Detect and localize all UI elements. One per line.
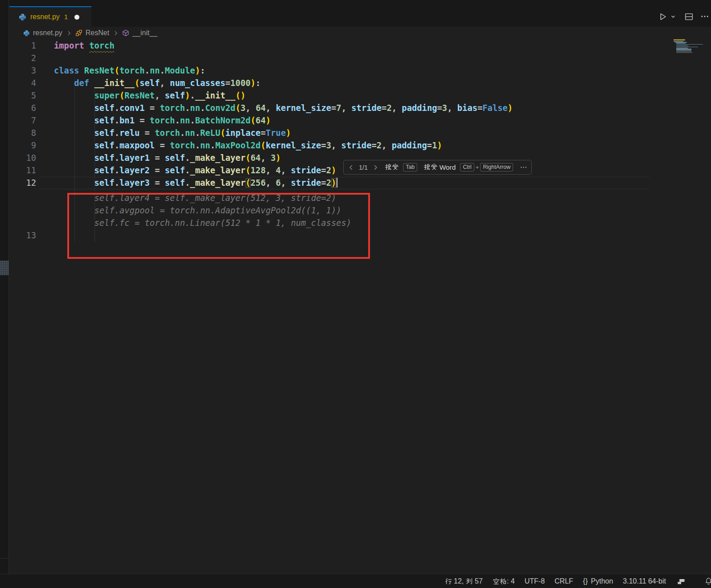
annotation-red-box (67, 193, 370, 259)
cjk-glyph (431, 163, 438, 171)
line-number[interactable]: 4 (9, 77, 36, 90)
breadcrumb-item-class[interactable]: ResNet (75, 29, 109, 37)
text-cursor (337, 178, 337, 188)
tab-problems-badge: 1 (64, 13, 68, 21)
code-line[interactable]: self.conv1 = torch.nn.Conv2d(3, 64, kern… (54, 102, 513, 114)
status-bar: 12, 57 : 4 UTF-8 CRLF {} Python 3.10.11 … (0, 574, 711, 588)
status-interpreter[interactable]: 3.10.11 64-bit (618, 577, 671, 585)
tab-label: resnet.py (30, 13, 60, 21)
line-number[interactable]: 1 (9, 40, 36, 52)
tab-resnet-py[interactable]: resnet.py 1 (9, 6, 91, 27)
chevron-right-icon (66, 30, 72, 36)
line-number[interactable]: 12 (9, 177, 36, 189)
line-number[interactable]: 5 (9, 90, 36, 102)
breadcrumb-item-file[interactable]: resnet.py (23, 29, 62, 37)
cjk-glyph (500, 578, 507, 585)
code-line[interactable]: self.maxpool = torch.nn.MaxPool2d(kernel… (54, 139, 442, 152)
code-line[interactable]: import torch (54, 40, 115, 52)
breadcrumb-label: __init__ (132, 29, 157, 37)
tab-bar: resnet.py 1 (9, 0, 711, 27)
code-line[interactable]: def __init__(self, num_classes=1000): (54, 77, 261, 90)
status-encoding[interactable]: UTF-8 (520, 577, 550, 585)
strip-divider (0, 558, 9, 559)
editor-actions (658, 6, 711, 27)
chevron-right-icon (113, 30, 119, 36)
line-number[interactable]: 11 (9, 164, 36, 177)
accept-word-button[interactable]: Word (423, 163, 456, 172)
breadcrumb: resnet.py ResNet __init__ (9, 27, 711, 39)
line-number[interactable]: 6 (9, 102, 36, 114)
status-eol[interactable]: CRLF (550, 577, 578, 585)
minimap-line (674, 39, 685, 41)
suggestion-more-button[interactable] (520, 164, 527, 171)
bell-icon[interactable] (705, 574, 711, 588)
suggestion-pagination: 1/1 (359, 164, 368, 171)
breadcrumb-label: ResNet (86, 29, 109, 37)
more-actions-button[interactable] (701, 12, 709, 20)
accept-button[interactable] (385, 163, 399, 172)
side-strip (0, 0, 9, 574)
line-number[interactable]: 10 (9, 152, 36, 164)
run-button[interactable] (658, 12, 667, 21)
python-icon (23, 30, 30, 37)
status-language[interactable]: {} Python (578, 577, 618, 585)
breadcrumb-item-method[interactable]: __init__ (122, 29, 157, 37)
plus-label: + (476, 164, 479, 171)
code-editor[interactable]: 12345678910111213 import torchclass ResN… (9, 39, 711, 574)
line-number[interactable]: 2 (9, 52, 36, 65)
status-indentation[interactable]: : 4 (488, 577, 520, 585)
code-line[interactable]: self.layer1 = self._make_layer(64, 3) (54, 152, 281, 164)
previous-suggestion-button[interactable] (348, 164, 354, 171)
breadcrumb-label: resnet.py (33, 29, 62, 37)
status-cursor-position[interactable]: 12, 57 (440, 577, 488, 585)
status-misc-icon[interactable] (671, 577, 691, 586)
minimap-line (676, 43, 686, 44)
next-suggestion-button[interactable] (372, 164, 378, 171)
cjk-glyph (385, 163, 392, 171)
cjk-glyph (445, 578, 452, 585)
line-number[interactable]: 3 (9, 65, 36, 77)
gutter: 12345678910111213 (9, 40, 36, 574)
braces-icon: {} (583, 577, 588, 585)
minimap[interactable] (665, 39, 711, 110)
cjk-glyph (466, 578, 473, 585)
line-number[interactable]: 7 (9, 114, 36, 127)
code-line[interactable]: self.relu = torch.nn.ReLU(inplace=True) (54, 127, 291, 139)
tab-key-badge: Tab (403, 163, 417, 172)
code-line[interactable]: class ResNet(torch.nn.Module): (54, 65, 205, 77)
cjk-glyph (493, 578, 500, 585)
modified-dot-icon[interactable] (74, 15, 79, 20)
split-editor-button[interactable] (685, 12, 693, 21)
inline-suggestion-toolbar: 1/1 Tab Word Ctrl + RightArrow (343, 160, 532, 175)
minimap-line (676, 52, 693, 53)
sash-handle[interactable] (0, 261, 9, 275)
line-number[interactable]: 13 (9, 229, 36, 242)
rightarrow-key-badge: RightArrow (480, 163, 513, 172)
code-line[interactable]: self.layer3 = self._make_layer(256, 6, s… (54, 177, 337, 189)
line-number[interactable]: 8 (9, 127, 36, 139)
code-line[interactable]: self.layer2 = self._make_layer(128, 4, s… (54, 164, 336, 177)
method-icon (122, 29, 129, 37)
cjk-glyph (423, 163, 431, 171)
minimap-line (676, 44, 703, 45)
vscode-window: resnet.py 1 resnet.py (0, 0, 711, 588)
python-icon (19, 13, 26, 21)
class-icon (75, 29, 82, 37)
run-dropdown-chevron-icon[interactable] (670, 14, 676, 19)
code-line[interactable]: self.bn1 = torch.nn.BatchNorm2d(64) (54, 114, 271, 127)
line-number[interactable]: 9 (9, 139, 36, 152)
code-line[interactable]: super(ResNet, self).__init__() (54, 90, 246, 102)
cjk-glyph (392, 163, 399, 171)
ctrl-key-badge: Ctrl (460, 163, 474, 172)
